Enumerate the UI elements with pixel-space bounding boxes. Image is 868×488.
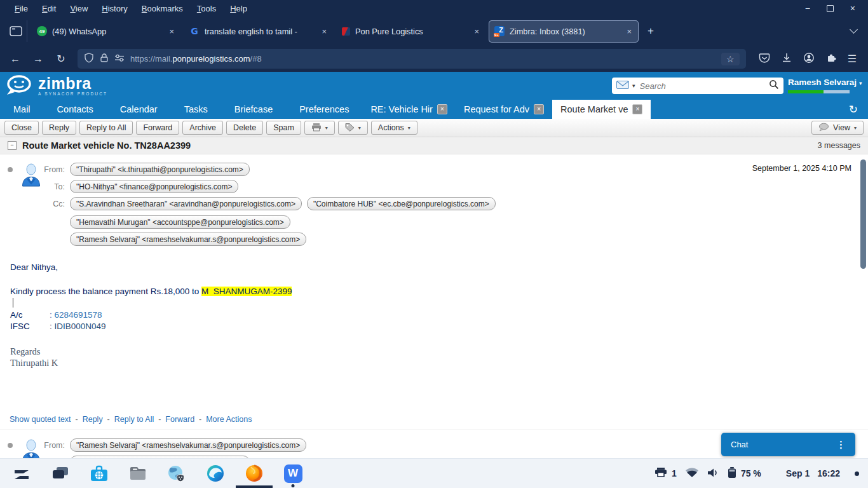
close-window-icon[interactable]: × (850, 4, 855, 13)
close-button[interactable]: Close (4, 121, 39, 135)
notification-dot[interactable] (855, 471, 859, 476)
user-menu[interactable]: Ramesh Selvaraj▾ (788, 76, 854, 93)
conv-tab-route-market[interactable]: Route Market ve × (552, 100, 651, 119)
conv-tab-re-vehicle-hire[interactable]: RE: Vehicle Hir × (362, 100, 456, 119)
close-conv-tab-icon[interactable]: × (632, 104, 642, 114)
print-button[interactable]: ▾ (304, 121, 335, 135)
scrollbar-thumb[interactable] (860, 159, 866, 269)
close-tab-icon[interactable]: × (320, 27, 328, 36)
nav-contacts[interactable]: Contacts (44, 100, 107, 119)
close-tab-icon[interactable]: × (473, 27, 480, 36)
actions-button[interactable]: Actions ▾ (371, 121, 417, 135)
menu-tools[interactable]: Tools (190, 4, 223, 13)
pocket-icon[interactable] (759, 52, 770, 66)
close-conv-tab-icon[interactable]: × (534, 104, 544, 114)
tab-title: Pon Pure Logistics (355, 27, 468, 36)
chat-menu-kebab-icon[interactable]: ⋮ (836, 439, 846, 451)
reply-button[interactable]: Reply (42, 121, 76, 135)
collapse-conversation-icon[interactable]: − (8, 141, 17, 150)
files-icon[interactable] (128, 463, 148, 484)
address-bubble-to[interactable]: "Thirupathi" <k.thirupathi@ponpurelogist… (70, 456, 250, 458)
tab-ponpure-logistics[interactable]: Pon Pure Logistics × (336, 20, 486, 43)
forward-link[interactable]: Forward (165, 415, 206, 424)
reply-link[interactable]: Reply (83, 415, 114, 424)
hamburger-menu-icon[interactable]: ☰ (848, 53, 857, 65)
nav-briefcase[interactable]: Briefcase (221, 100, 286, 119)
conv-tab-request-for-adv[interactable]: Request for Adv × (456, 100, 552, 119)
address-bubble-to[interactable]: "HO-Nithya" <finance@ponpurelogistics.co… (70, 180, 238, 193)
tab-google-translate[interactable]: G translate english to tamil - × (184, 20, 334, 43)
url-domain: ponpurelogistics.com (172, 54, 250, 64)
new-tab-button[interactable]: + (641, 25, 660, 37)
edge-browser-icon[interactable] (205, 463, 226, 484)
downloads-icon[interactable] (781, 52, 792, 66)
view-button[interactable]: View ▾ (811, 121, 864, 135)
address-bubble-cc[interactable]: "Coimbatore HUB" <ec.cbe@ponpurelogistic… (307, 197, 496, 210)
wps-office-icon[interactable]: W (283, 463, 303, 484)
address-bubble-cc[interactable]: "Hemavathi Murugan" <accountsppe@ponpure… (70, 215, 290, 229)
restore-icon[interactable] (827, 5, 834, 12)
archive-button[interactable]: Archive (182, 121, 223, 135)
mail-scope-icon[interactable] (616, 80, 629, 92)
address-bubble-cc[interactable]: "Ramesh Selvaraj" <rameshselvakumar.s@po… (70, 233, 306, 246)
nav-mail[interactable]: Mail (0, 100, 44, 119)
extensions-icon[interactable] (825, 52, 837, 66)
volume-icon[interactable] (707, 468, 719, 480)
account-icon[interactable] (803, 52, 815, 66)
search-box[interactable]: ▾ (612, 78, 783, 94)
software-store-icon[interactable] (89, 463, 109, 484)
chat-widget[interactable]: Chat ⋮ (721, 433, 855, 456)
search-icon[interactable] (769, 79, 779, 92)
show-quoted-text-link[interactable]: Show quoted text (10, 415, 83, 424)
message-1[interactable]: September 1, 2025 4:10 PM From: "Thirupa… (0, 154, 868, 424)
reply-to-all-button[interactable]: Reply to All (79, 121, 133, 135)
print-queue-indicator[interactable]: 1 (654, 467, 677, 480)
delete-button[interactable]: Delete (226, 121, 263, 135)
menu-bookmarks[interactable]: Bookmarks (135, 4, 190, 13)
permissions-icon[interactable] (114, 53, 125, 64)
clock[interactable]: Sep 1 16:22 (786, 468, 840, 478)
wifi-icon[interactable] (685, 467, 699, 480)
address-bubble-from[interactable]: "Ramesh Selvaraj" <rameshselvakumar.s@po… (70, 438, 306, 452)
text-cursor (13, 298, 13, 308)
nav-calendar[interactable]: Calendar (107, 100, 171, 119)
tag-button[interactable]: ▾ (338, 121, 368, 135)
lock-icon[interactable] (100, 53, 109, 65)
tab-zimbra-inbox[interactable]: Z9+ Zimbra: Inbox (3881) × (489, 20, 639, 43)
battery-indicator[interactable]: 75 % (728, 466, 761, 480)
shield-icon[interactable] (84, 53, 94, 65)
nav-preferences[interactable]: Preferences (286, 100, 362, 119)
menu-help[interactable]: Help (223, 4, 254, 13)
workspaces-icon[interactable] (50, 463, 71, 484)
reply-to-all-link[interactable]: Reply to All (114, 415, 166, 424)
url-bar[interactable]: https://mail.ponpurelogistics.com/#8 ☆ (78, 49, 746, 69)
forward-icon[interactable]: → (29, 53, 47, 65)
menu-edit[interactable]: Edit (35, 4, 63, 13)
browser-globe-shield-icon[interactable] (166, 463, 187, 484)
forward-button[interactable]: Forward (136, 121, 179, 135)
spam-button[interactable]: Spam (266, 121, 301, 135)
menu-history[interactable]: History (95, 4, 134, 13)
address-bubble-from[interactable]: "Thirupathi" <k.thirupathi@ponpurelogist… (70, 163, 250, 176)
firefox-icon[interactable] (244, 463, 264, 484)
reload-icon[interactable]: ↻ (52, 53, 70, 65)
back-icon[interactable]: ← (6, 53, 24, 65)
url-text[interactable]: https://mail.ponpurelogistics.com/#8 (130, 54, 715, 64)
minimize-icon[interactable]: − (805, 4, 810, 13)
tab-whatsapp[interactable]: 49 (49) WhatsApp × (31, 20, 181, 43)
more-actions-link[interactable]: More Actions (206, 415, 252, 424)
menu-file[interactable]: File (8, 4, 35, 13)
firefox-view-icon[interactable] (5, 20, 27, 42)
menu-view[interactable]: View (63, 4, 95, 13)
close-tab-icon[interactable]: × (625, 27, 633, 36)
address-bubble-cc[interactable]: "S.Aravindhan Sreetharan" <aravindhan@po… (70, 197, 302, 210)
search-scope-caret-icon[interactable]: ▾ (632, 83, 635, 89)
close-tab-icon[interactable]: × (168, 27, 175, 36)
nav-tasks[interactable]: Tasks (171, 100, 221, 119)
bookmark-star-icon[interactable]: ☆ (721, 53, 740, 65)
close-conv-tab-icon[interactable]: × (437, 104, 447, 114)
search-input[interactable] (639, 81, 766, 92)
zorin-menu-icon[interactable] (11, 463, 32, 484)
refresh-icon[interactable]: ↻ (849, 100, 868, 119)
list-all-tabs-icon[interactable] (851, 25, 863, 37)
